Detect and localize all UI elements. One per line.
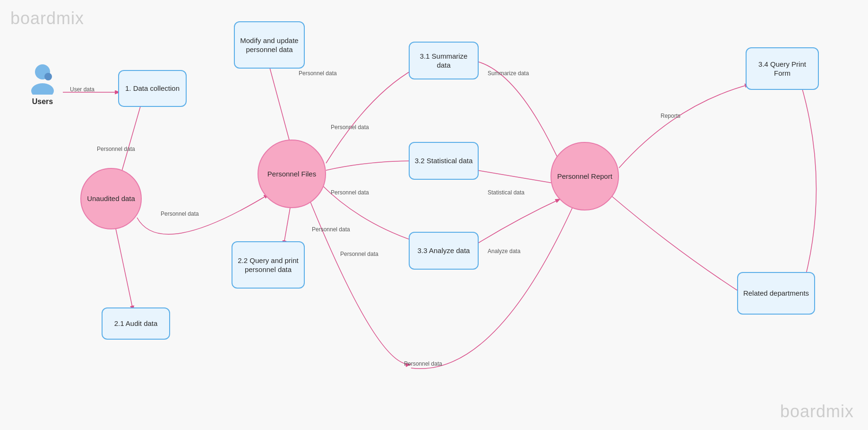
label-personnel-data-6: Personnel data (312, 226, 350, 233)
label-analyze-data: Analyze data (488, 248, 520, 254)
box-modify-update: Modify and update personnel data (234, 21, 305, 69)
circle-unaudited: Unaudited data (80, 168, 142, 229)
watermark-top-left: boardmix (10, 9, 84, 28)
box-audit-data: 2.1 Audit data (102, 307, 170, 340)
label-personnel-data-1: Personnel data (97, 146, 135, 152)
label-personnel-data-3: Personnel data (299, 70, 337, 77)
user-icon (26, 61, 59, 95)
label-reports: Reports (661, 113, 680, 119)
box-statistical: 3.2 Statistical data (409, 142, 479, 180)
label-personnel-data-4: Personnel data (331, 124, 369, 131)
box-summarize: 3.1 Summarize data (409, 42, 479, 79)
box-query-print-form: 3.4 Query Print Form (746, 47, 819, 90)
actor-users: Users (26, 61, 59, 106)
svg-point-8 (31, 83, 54, 95)
label-personnel-data-2: Personnel data (161, 211, 199, 217)
box-related-departments: Related departments (737, 272, 815, 315)
label-summarize-data: Summarize data (488, 70, 529, 77)
svg-line-2 (119, 105, 141, 181)
circle-personnel-report: Personnel Report (550, 142, 619, 211)
label-personnel-data-5: Personnel data (331, 189, 369, 196)
box-query-print-personnel: 2.2 Query and print personnel data (232, 241, 305, 289)
label-personnel-data-bottom: Personnel data (404, 360, 442, 367)
svg-line-3 (113, 218, 133, 311)
box-data-collection: 1. Data collection (118, 70, 187, 107)
circle-personnel-files: Personnel Files (258, 140, 326, 208)
label-user-data: User data (70, 86, 95, 93)
box-analyze: 3.3 Analyze data (409, 232, 479, 270)
svg-point-9 (44, 73, 52, 80)
watermark-bottom-right: boardmix (780, 402, 854, 421)
label-personnel-data-7: Personnel data (340, 251, 378, 257)
users-label: Users (32, 97, 53, 106)
label-statistical-data: Statistical data (488, 189, 524, 196)
svg-line-6 (477, 170, 561, 184)
